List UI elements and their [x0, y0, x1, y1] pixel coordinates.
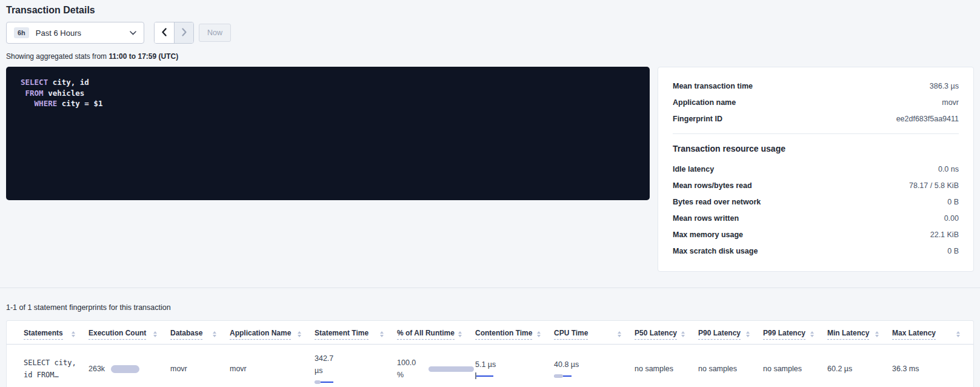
resource-usage-heading: Transaction resource usage	[673, 144, 959, 153]
resource-row: Idle latency 0.0 ns	[673, 161, 959, 177]
statement-time-value: 342.7 µs	[315, 352, 341, 377]
statement-time-bar	[315, 379, 333, 385]
database-value: movr	[170, 365, 187, 373]
sort-icon	[875, 331, 879, 337]
resource-row-label: Max memory usage	[673, 231, 743, 239]
sql-text: vehicles	[44, 89, 85, 98]
statements-section: 1-1 of 1 statement fingerprints for this…	[0, 288, 980, 387]
statement-time-cell: 342.7 µs	[315, 352, 397, 385]
resource-row: Mean rows/bytes read 78.17 / 5.8 KiB	[673, 177, 959, 194]
column-header-p50-latency[interactable]: P50 Latency	[635, 329, 698, 340]
p99-latency-value: no samples	[763, 365, 802, 373]
contention-time-value: 5.1 µs	[475, 358, 554, 371]
statement-row: SELECT city, id FROM… 263k movr movr 342…	[7, 345, 973, 387]
column-header-execution-count[interactable]: Execution Count	[88, 329, 170, 340]
summary-row-label: Mean transaction time	[673, 82, 753, 90]
resource-row: Bytes read over network 0 B	[673, 194, 959, 210]
page-title: Transaction Details	[6, 5, 974, 16]
summary-row: Application name movr	[673, 94, 959, 110]
sort-icon	[380, 331, 384, 337]
resource-row-label: Mean rows written	[673, 214, 739, 223]
resource-row-label: Idle latency	[673, 165, 714, 173]
aggregated-stats-note-prefix: Showing aggregated stats from	[6, 52, 108, 61]
main-row: SELECT city, id FROM vehicles WHERE city…	[6, 67, 974, 272]
prev-range-button[interactable]	[155, 22, 174, 43]
column-header-percent-runtime[interactable]: % of All Runtime	[397, 329, 475, 340]
sort-icon	[956, 331, 960, 337]
p50-latency-value: no samples	[635, 365, 673, 373]
resource-row-value: 0 B	[947, 247, 959, 255]
column-header-p90-latency[interactable]: P90 Latency	[698, 329, 763, 340]
percent-runtime-value: 100.0 %	[397, 357, 421, 381]
time-range-badge: 6h	[14, 27, 29, 38]
sql-keyword: FROM	[21, 89, 44, 98]
summary-row-value: 386.3 µs	[930, 82, 959, 90]
execution-count-bar	[111, 365, 139, 373]
time-range-dropdown[interactable]: 6h Past 6 Hours	[6, 22, 144, 44]
summary-row-label: Fingerprint ID	[673, 115, 722, 123]
cpu-time-bar	[554, 373, 572, 379]
range-arrow-group	[154, 22, 194, 44]
column-header-cpu-time[interactable]: CPU Time	[554, 329, 635, 340]
next-range-button[interactable]	[174, 22, 193, 43]
resource-row: Mean rows written 0.00	[673, 210, 959, 226]
summary-row: Fingerprint ID ee2df683f5aa9411	[673, 110, 959, 127]
sort-icon	[298, 331, 301, 337]
sql-text: city, id	[48, 78, 89, 87]
sort-icon	[681, 331, 685, 337]
column-header-database[interactable]: Database	[170, 329, 230, 340]
sql-text: city = $1	[57, 99, 102, 108]
contention-time-bar	[475, 373, 493, 379]
max-latency-value: 36.3 ms	[892, 365, 919, 373]
statement-fingerprint-link[interactable]: SELECT city, id FROM…	[24, 357, 88, 381]
time-range-label: Past 6 Hours	[36, 29, 81, 38]
table-header-row: Statements Execution Count Database Appl…	[7, 321, 973, 345]
column-header-min-latency[interactable]: Min Latency	[827, 329, 892, 340]
column-header-p99-latency[interactable]: P99 Latency	[763, 329, 827, 340]
resource-row-label: Mean rows/bytes read	[673, 181, 752, 190]
resource-row: Max scratch disk usage 0 B	[673, 243, 959, 259]
transaction-details-page: Transaction Details 6h Past 6 Hours Now …	[0, 0, 980, 272]
statements-count-caption: 1-1 of 1 statement fingerprints for this…	[6, 303, 974, 312]
resource-row-label: Bytes read over network	[673, 198, 761, 206]
sort-icon	[458, 331, 462, 337]
sort-icon	[537, 331, 541, 337]
resource-row-label: Max scratch disk usage	[673, 247, 758, 255]
chevron-left-icon	[161, 28, 167, 38]
sql-statement-box: SELECT city, id FROM vehicles WHERE city…	[6, 67, 650, 200]
now-button[interactable]: Now	[199, 24, 231, 42]
time-toolbar: 6h Past 6 Hours Now	[6, 22, 974, 44]
sort-icon	[153, 331, 157, 337]
statements-table-card: Statements Execution Count Database Appl…	[6, 320, 974, 387]
column-header-contention-time[interactable]: Contention Time	[475, 329, 554, 340]
column-header-max-latency[interactable]: Max Latency	[892, 329, 973, 340]
resource-row-value: 0 B	[947, 198, 959, 206]
resource-row: Max memory usage 22.1 KiB	[673, 226, 959, 243]
sort-icon	[213, 331, 216, 337]
resource-row-value: 0.0 ns	[938, 165, 959, 173]
sort-icon	[618, 331, 621, 337]
summary-row-value: movr	[942, 98, 959, 107]
application-name-value: movr	[230, 365, 247, 373]
statements-table: Statements Execution Count Database Appl…	[7, 321, 973, 387]
execution-count-value: 263k	[88, 365, 105, 373]
summary-row-value: ee2df683f5aa9411	[896, 115, 959, 123]
column-header-statement-time[interactable]: Statement Time	[315, 329, 397, 340]
percent-runtime-bar	[428, 366, 474, 372]
resource-row-value: 0.00	[944, 214, 959, 223]
summary-divider	[673, 133, 959, 134]
sort-icon	[746, 331, 750, 337]
execution-count-cell: 263k	[88, 365, 170, 373]
cpu-time-value: 40.8 µs	[554, 358, 581, 371]
column-header-statements[interactable]: Statements	[24, 329, 88, 340]
transaction-summary-card: Mean transaction time 386.3 µs Applicati…	[658, 67, 974, 272]
sort-icon	[810, 331, 814, 337]
aggregated-stats-note: Showing aggregated stats from 11:00 to 1…	[6, 52, 974, 61]
summary-row: Mean transaction time 386.3 µs	[673, 78, 959, 94]
chevron-right-icon	[181, 28, 187, 38]
resource-row-value: 22.1 KiB	[930, 231, 959, 239]
p90-latency-value: no samples	[698, 365, 737, 373]
aggregated-stats-note-range: 11:00 to 17:59 (UTC)	[108, 52, 178, 61]
sql-keyword: WHERE	[21, 99, 57, 108]
column-header-application-name[interactable]: Application Name	[230, 329, 315, 340]
